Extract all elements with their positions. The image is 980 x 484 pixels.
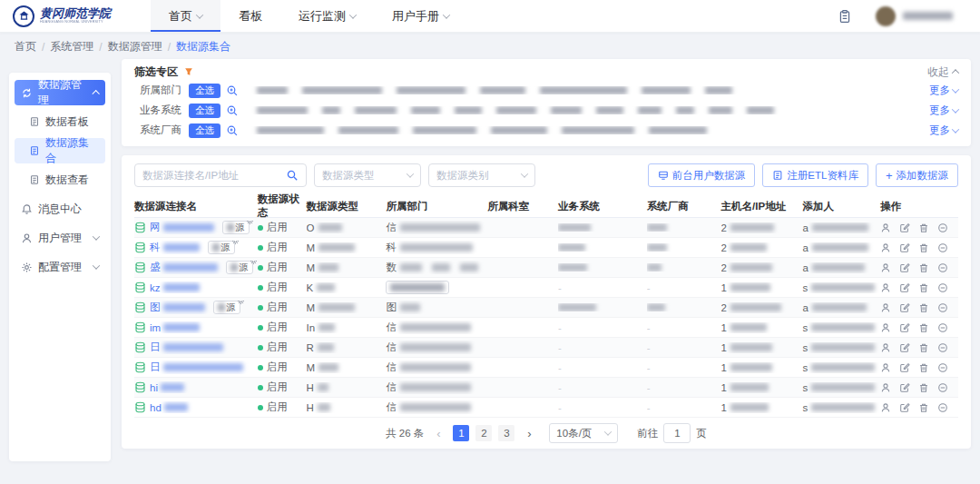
edit-action-icon[interactable] (899, 302, 910, 313)
sidebar-item-0[interactable]: 数据源管理 (15, 80, 105, 105)
filter-option-redacted[interactable] (355, 106, 397, 114)
disable-action-icon[interactable] (937, 222, 948, 233)
filter-option-redacted[interactable] (455, 106, 482, 114)
delete-action-icon[interactable] (918, 402, 929, 413)
filter-option-redacted[interactable] (638, 106, 662, 114)
filter-option-redacted[interactable] (257, 86, 288, 94)
sidebar-item-3[interactable]: 数据查看 (15, 167, 105, 193)
page-number-3[interactable]: 3 (498, 425, 514, 441)
zoom-in-icon[interactable] (226, 84, 239, 97)
filter-option-redacted[interactable] (411, 106, 440, 114)
more-link[interactable]: 更多 (929, 104, 958, 117)
edit-action-icon[interactable] (899, 382, 910, 393)
nav-item-2[interactable]: 运行监测 (280, 0, 374, 32)
delete-action-icon[interactable] (918, 282, 929, 293)
datasource-name-link[interactable]: hd (150, 402, 188, 413)
collapse-filters-link[interactable]: 收起 (927, 64, 958, 80)
filter-option-redacted[interactable] (397, 86, 466, 94)
search-icon[interactable] (286, 169, 299, 182)
edit-action-icon[interactable] (899, 322, 910, 333)
toolbar-button-0[interactable]: 前台用户数据源 (648, 163, 756, 187)
page-number-2[interactable]: 2 (475, 425, 492, 441)
filter-option-redacted[interactable] (257, 106, 308, 114)
select-all-button[interactable]: 全选 (189, 84, 220, 98)
filter-option-redacted[interactable] (551, 106, 582, 114)
filter-option-redacted[interactable] (496, 106, 536, 114)
filter-option-redacted[interactable] (257, 126, 324, 134)
edit-action-icon[interactable] (899, 342, 910, 353)
filter-option-redacted[interactable] (649, 126, 707, 134)
toolbar-button-2[interactable]: +添加数据源 (876, 163, 958, 187)
filter-option-redacted[interactable] (540, 86, 627, 94)
user-action-icon[interactable] (880, 282, 891, 293)
nav-item-3[interactable]: 用户手册 (374, 0, 467, 32)
edit-action-icon[interactable] (899, 222, 910, 233)
filter-option-redacted[interactable] (413, 126, 476, 134)
disable-action-icon[interactable] (937, 322, 948, 333)
disable-action-icon[interactable] (937, 262, 948, 273)
user-action-icon[interactable] (880, 242, 891, 253)
disable-action-icon[interactable] (937, 342, 948, 353)
edit-action-icon[interactable] (899, 362, 910, 373)
edit-action-icon[interactable] (899, 262, 910, 273)
delete-action-icon[interactable] (918, 362, 929, 373)
zoom-in-icon[interactable] (226, 124, 239, 137)
sidebar-item-1[interactable]: 数据看板 (15, 109, 105, 134)
delete-action-icon[interactable] (918, 242, 929, 253)
zoom-in-icon[interactable] (226, 104, 239, 117)
select-datasource-category[interactable]: 数据源类别 (428, 163, 535, 187)
sidebar-item-5[interactable]: 用户管理 (15, 225, 105, 251)
select-all-button[interactable]: 全选 (189, 104, 220, 118)
edit-action-icon[interactable] (899, 282, 910, 293)
user-action-icon[interactable] (880, 382, 891, 393)
edit-action-icon[interactable] (899, 242, 910, 253)
datasource-name-link[interactable]: 图 (150, 301, 205, 314)
filter-option-redacted[interactable] (596, 106, 623, 114)
breadcrumb-item-0[interactable]: 首页 (15, 39, 36, 54)
filter-option-redacted[interactable] (480, 86, 525, 94)
filter-option-redacted[interactable] (642, 86, 691, 94)
delete-action-icon[interactable] (918, 262, 929, 273)
sidebar-item-6[interactable]: 配置管理 (15, 254, 105, 280)
filter-option-redacted[interactable] (709, 106, 732, 114)
nav-item-0[interactable]: 首页 (151, 0, 220, 32)
filter-option-redacted[interactable] (705, 86, 732, 94)
user-account[interactable] (876, 6, 953, 26)
filter-option-redacted[interactable] (747, 106, 774, 114)
breadcrumb-item-2[interactable]: 数据源管理 (108, 39, 162, 54)
disable-action-icon[interactable] (937, 282, 948, 293)
delete-action-icon[interactable] (918, 302, 929, 313)
page-size-select[interactable]: 10条/页 (549, 423, 618, 443)
user-action-icon[interactable] (880, 402, 891, 413)
filter-option-redacted[interactable] (302, 86, 382, 94)
disable-action-icon[interactable] (937, 382, 948, 393)
delete-action-icon[interactable] (918, 222, 929, 233)
user-action-icon[interactable] (880, 262, 891, 273)
datasource-name-link[interactable]: 网 (150, 221, 214, 234)
filter-option-redacted[interactable] (322, 106, 340, 114)
search-input[interactable] (142, 170, 286, 181)
datasource-name-link[interactable]: 科 (150, 241, 200, 254)
nav-item-1[interactable]: 看板 (220, 0, 280, 32)
filter-option-redacted[interactable] (676, 106, 694, 114)
datasource-name-link[interactable]: 盛 (150, 261, 218, 274)
datasource-name-link[interactable]: im (150, 322, 200, 333)
filter-option-redacted[interactable] (338, 126, 398, 134)
disable-action-icon[interactable] (937, 302, 948, 313)
delete-action-icon[interactable] (918, 382, 929, 393)
user-action-icon[interactable] (880, 322, 891, 333)
datasource-name-link[interactable]: hi (150, 382, 184, 393)
delete-action-icon[interactable] (918, 342, 929, 353)
delete-action-icon[interactable] (918, 322, 929, 333)
disable-action-icon[interactable] (937, 402, 948, 413)
next-page-icon[interactable]: › (521, 425, 537, 441)
page-number-1[interactable]: 1 (453, 425, 469, 441)
filter-option-redacted[interactable] (491, 126, 547, 134)
datasource-name-link[interactable]: 日 (150, 361, 243, 374)
select-all-button[interactable]: 全选 (189, 123, 220, 138)
sidebar-item-4[interactable]: 消息中心 (15, 196, 105, 222)
toolbar-button-1[interactable]: 注册ETL资料库 (762, 163, 868, 187)
edit-action-icon[interactable] (899, 402, 910, 413)
select-datasource-type[interactable]: 数据源类型 (314, 163, 421, 187)
user-action-icon[interactable] (880, 342, 891, 353)
